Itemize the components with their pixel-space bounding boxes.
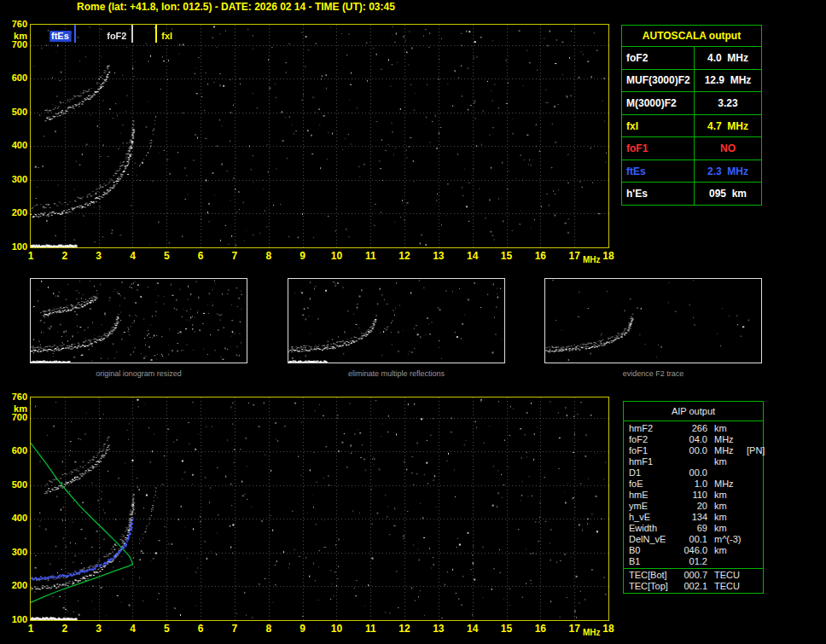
aip-row-unit: MHz (714, 434, 745, 445)
y-axis-tick: 300 (2, 548, 27, 557)
x-axis-tick: 5 (164, 624, 170, 634)
aip-row-label: B1 (629, 556, 678, 567)
aip-row-unit: km (714, 456, 745, 467)
aip-row-label: ymE (629, 501, 678, 512)
marker-label-fof2: foF2 (105, 31, 128, 42)
autoscala-row-label: foF1 (622, 137, 694, 160)
autoscala-row-value: NO (694, 137, 761, 160)
autoscala-row-label: h'Es (622, 183, 694, 205)
x-axis-tick: 15 (501, 624, 512, 634)
autoscala-app-window: Rome (lat: +41.8, lon: 012.5) - DATE: 20… (0, 0, 826, 644)
x-axis-tick: 12 (398, 624, 410, 634)
aip-row-unit: km (714, 423, 745, 434)
aip-row-unit: km (714, 523, 745, 534)
x-axis-tick: 13 (433, 251, 444, 261)
autoscala-row-value: 2.3 MHz (694, 160, 761, 183)
aip-row-value: 04.0 (678, 434, 707, 445)
aip-row-value: 01.2 (678, 556, 707, 567)
autoscala-row-value: 095 km (694, 183, 761, 205)
main-ionogram-canvas (30, 24, 609, 248)
y-axis-tick: 100 (2, 242, 27, 252)
autoscala-output-table: AUTOSCALA output foF24.0 MHzMUF(3000)F21… (621, 25, 762, 206)
aip-row-label: foF1 (629, 445, 678, 456)
x-axis-tick: 14 (467, 251, 478, 261)
aip-row-label: D1 (629, 467, 678, 479)
y-axis-tick: 700 (2, 40, 27, 49)
x-axis-tick: 2 (61, 624, 67, 634)
autoscala-row-MUF(3000)F2: MUF(3000)F212.9 MHz (622, 69, 761, 92)
aip-row-value: 134 (678, 512, 707, 523)
aip-row-label: hmE (629, 490, 678, 501)
autoscala-row-M(3000)F2: M(3000)F23.23 (622, 91, 761, 114)
aip-row-value: 110 (678, 490, 707, 501)
aip-row-B0: B0046.0km (624, 545, 763, 556)
aip-row-value: 046.0 (678, 545, 707, 556)
thumbnail-original-ionogram (30, 278, 247, 363)
aip-row-value: 002.1 (678, 581, 707, 592)
header-title: Rome (lat: +41.8, lon: 012.5) - DATE: 20… (77, 1, 395, 13)
x-axis-tick: 18 (602, 251, 614, 261)
x-axis-tick: 9 (300, 251, 305, 261)
y-axis-tick: 400 (2, 141, 27, 150)
x-axis-tick: 15 (501, 251, 512, 261)
aip-row-unit: m^(-3) (714, 534, 745, 545)
x-axis-tick: 2 (61, 251, 67, 261)
x-axis-tick: 16 (535, 251, 546, 261)
x-axis-tick: 18 (602, 624, 614, 634)
autoscala-row-value: 12.9 MHz (694, 70, 761, 92)
thumbnail-caption-1: original ionogram resized (30, 369, 247, 379)
y-axis-tick: 300 (2, 175, 27, 184)
autoscala-row-label: ftEs (622, 160, 694, 183)
aip-row-hmE: hmE110km (624, 490, 763, 501)
aip-row-hmF1: hmF1km (624, 456, 763, 467)
y-axis-tick: 500 (2, 107, 27, 117)
autoscala-row-h'Es: h'Es095 km (622, 182, 761, 205)
autoscala-row-label: fxI (622, 115, 694, 137)
x-axis-tick: 16 (535, 624, 546, 634)
aip-ionogram-canvas (30, 397, 609, 621)
x-axis-tick: 7 (232, 251, 238, 261)
thumbnail-caption-2: eliminate multiple reflections (288, 369, 505, 379)
aip-row-TEC[Bot]: TEC[Bot]000.7TECU (624, 570, 763, 581)
x-axis-tick: 6 (198, 251, 204, 261)
marker-label-ftes: ftEs (49, 31, 71, 42)
aip-row-label: h_vE (629, 512, 678, 523)
aip-row-unit: MHz (714, 479, 745, 490)
aip-table-rows: hmF2266kmfoF204.0MHzfoF100.0MHz[PN]hmF1k… (624, 421, 763, 568)
aip-row-label: foF2 (629, 434, 678, 445)
aip-row-value: 69 (678, 523, 707, 534)
aip-row-value: 00.0 (678, 445, 707, 456)
autoscala-row-fxI: fxI4.7 MHz (622, 114, 761, 137)
y-axis-tick: 100 (2, 615, 27, 624)
aip-row-label: hmF1 (629, 456, 678, 467)
aip-row-unit: TECU (714, 570, 745, 581)
thumbnail-multiple-reflections-removed (288, 278, 505, 363)
x-axis-unit-label: MHz (583, 629, 601, 637)
x-axis-tick: 3 (96, 251, 102, 261)
autoscala-row-value: 3.23 (694, 92, 761, 114)
x-axis-tick: 5 (164, 251, 170, 261)
aip-output-table: AIP output hmF2266kmfoF204.0MHzfoF100.0M… (623, 401, 764, 594)
x-axis-tick: 3 (96, 624, 102, 634)
x-axis-tick: 1 (28, 624, 34, 634)
aip-row-foE: foE1.0MHz (624, 479, 763, 490)
marker-label-fxi: fxI (160, 31, 174, 42)
autoscala-table-rows: foF24.0 MHzMUF(3000)F212.9 MHzM(3000)F23… (622, 47, 761, 205)
aip-row-DelN_vE: DelN_vE00.1m^(-3) (624, 534, 763, 545)
autoscala-row-label: M(3000)F2 (622, 92, 694, 114)
aip-row-foF2: foF204.0MHz (624, 434, 763, 445)
aip-tec-rows: TEC[Bot]000.7TECUTEC[Top]002.1TECU (624, 568, 763, 593)
x-axis-tick: 12 (398, 251, 410, 261)
aip-row-label: hmF2 (629, 423, 678, 434)
aip-row-note: [PN] (747, 445, 765, 456)
autoscala-row-foF1: foF1NO (622, 136, 761, 160)
aip-row-unit: TECU (714, 581, 745, 592)
aip-row-unit: MHz (714, 445, 745, 456)
aip-row-foF1: foF100.0MHz[PN] (624, 445, 763, 456)
y-axis-tick: 400 (2, 513, 27, 523)
x-axis-tick: 10 (331, 251, 342, 261)
aip-row-label: Ewidth (629, 523, 678, 534)
aip-row-D1: D100.0 (624, 467, 763, 479)
aip-row-unit: km (714, 501, 745, 512)
aip-row-value: 266 (678, 423, 707, 434)
